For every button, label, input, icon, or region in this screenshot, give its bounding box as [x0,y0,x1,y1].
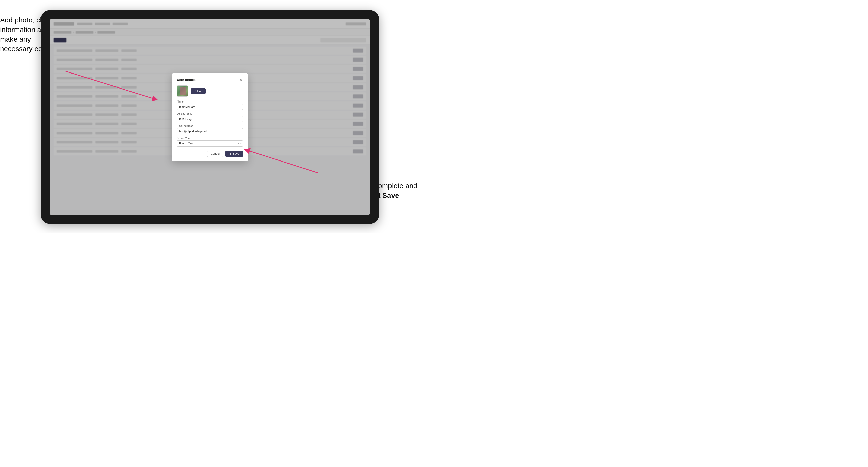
modal-footer: Cancel ⬆ Save [177,151,243,157]
display-name-field-group: Display name [177,113,243,122]
user-details-modal: User details × Upload Name Display name [172,73,248,161]
cancel-button[interactable]: Cancel [207,151,223,157]
email-field-group: Email address [177,125,243,134]
modal-close-button[interactable]: × [239,78,243,82]
select-clear-icon[interactable]: × [237,142,239,145]
email-input[interactable] [177,128,243,134]
display-name-label: Display name [177,113,243,115]
name-label: Name [177,100,243,103]
save-icon: ⬆ [229,152,231,155]
school-year-field-group: School Year Fourth Year First Year Secon… [177,137,243,147]
school-year-select[interactable]: Fourth Year First Year Second Year Third… [177,141,243,147]
user-photo-thumbnail [177,86,188,97]
display-name-input[interactable] [177,116,243,122]
photo-section: Upload [177,86,243,97]
select-icons: × ⌄ [237,142,242,145]
save-button-label: Save [233,152,239,155]
name-field-group: Name [177,100,243,110]
school-year-select-wrapper: Fourth Year First Year Second Year Third… [177,141,243,147]
save-button[interactable]: ⬆ Save [225,151,243,157]
upload-photo-button[interactable]: Upload [190,88,206,94]
chevron-down-icon[interactable]: ⌄ [240,142,242,145]
tablet-frame: › › [41,10,379,224]
annotation-right: Complete and hit Save. [373,181,431,200]
school-year-label: School Year [177,137,243,139]
modal-overlay: User details × Upload Name Display name [50,19,370,215]
email-label: Email address [177,125,243,127]
tablet-screen: › › [50,19,370,215]
modal-title-bar: User details × [177,78,243,82]
name-input[interactable] [177,104,243,110]
modal-title: User details [177,78,196,82]
